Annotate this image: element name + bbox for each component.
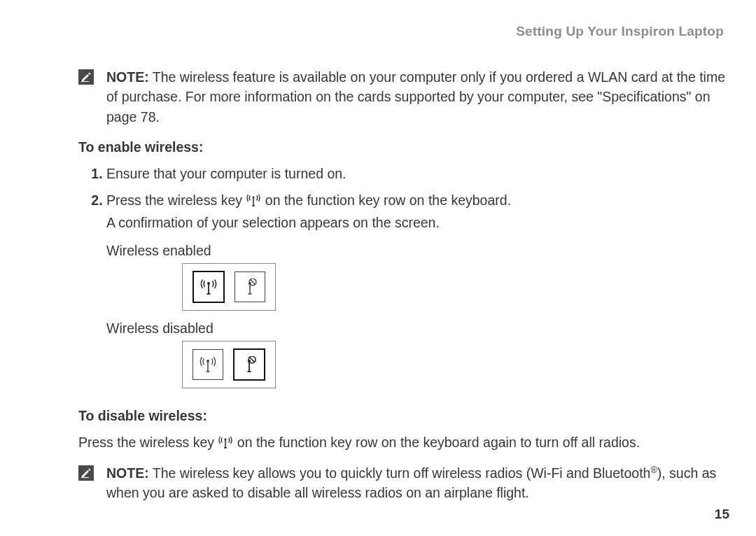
wireless-key-icon	[246, 192, 261, 211]
section-header: Setting Up Your Inspiron Laptop	[78, 24, 724, 39]
note-content: NOTE: The wireless feature is available …	[106, 69, 725, 125]
antenna-off-tile-2	[233, 348, 265, 381]
antenna-off-tile	[234, 271, 265, 302]
svg-point-2	[253, 196, 255, 198]
note-label-2: NOTE:	[106, 465, 149, 481]
disable-prefix: Press the wireless key	[78, 435, 218, 450]
step-1: Ensure that your computer is turned on.	[106, 164, 729, 183]
antenna-on-tile	[192, 271, 225, 303]
note-body: The wireless feature is available on you…	[106, 69, 725, 125]
svg-point-9	[225, 438, 227, 440]
disable-suffix: on the function key row on the keyboard …	[233, 435, 640, 450]
svg-rect-1	[81, 81, 89, 82]
wireless-disabled-indicator	[182, 341, 276, 388]
enable-steps: Ensure that your computer is turned on. …	[78, 164, 729, 233]
disable-paragraph: Press the wireless key on the function k…	[78, 432, 729, 453]
note-pencil-icon-2	[78, 465, 94, 481]
wireless-key-icon-2	[218, 434, 233, 453]
enable-heading: To enable wireless:	[78, 139, 729, 155]
step-2-prefix: Press the wireless key	[106, 192, 246, 208]
step-2: Press the wireless key on the function k…	[106, 190, 729, 233]
svg-rect-11	[81, 477, 89, 478]
wireless-enabled-indicator	[182, 263, 276, 311]
step-2-sub: A confirmation of your selection appears…	[106, 213, 729, 232]
note-body-2a: The wireless key allows you to quickly t…	[149, 465, 651, 481]
document-page: Setting Up Your Inspiron Laptop NOTE: Th…	[0, 0, 756, 536]
svg-point-6	[206, 360, 209, 362]
note-block-1: NOTE: The wireless feature is available …	[78, 67, 729, 127]
note-label: NOTE:	[106, 69, 149, 85]
page-number: 15	[715, 507, 729, 522]
note-pencil-icon	[78, 69, 94, 85]
note-block-2: NOTE: The wireless key allows you to qui…	[78, 463, 729, 503]
step-2-suffix: on the function key row on the keyboard.	[261, 192, 511, 208]
step-1-text: Ensure that your computer is turned on.	[106, 166, 346, 181]
registered-mark: ®	[650, 465, 657, 474]
wireless-enabled-label: Wireless enabled	[106, 243, 729, 259]
svg-point-3	[207, 282, 210, 285]
note-content-2: NOTE: The wireless key allows you to qui…	[106, 465, 716, 500]
disable-heading: To disable wireless:	[78, 408, 729, 424]
antenna-on-tile-2	[192, 349, 223, 380]
wireless-disabled-label: Wireless disabled	[106, 320, 729, 337]
